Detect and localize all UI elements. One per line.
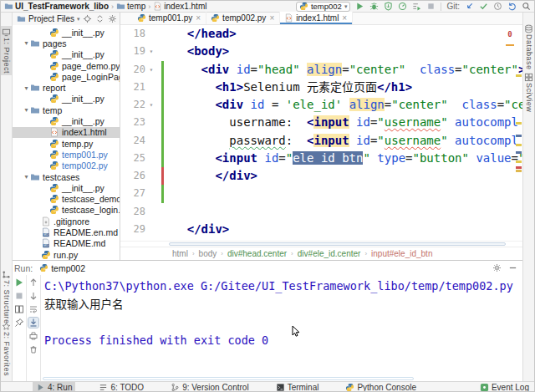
error-stripe-mark[interactable] — [516, 135, 522, 137]
run-configuration-select[interactable]: temp002 ▾ — [296, 2, 351, 12]
tree-item--init-py[interactable]: __init__.py — [13, 49, 120, 60]
tree-item-temp001-py[interactable]: temp001.py — [13, 149, 120, 160]
close-icon[interactable]: × — [196, 13, 201, 23]
hide-panel-button[interactable] — [508, 263, 517, 272]
run-console-output[interactable]: C:\Python37\python.exe G:/Gitee/UI_TestF… — [41, 275, 522, 381]
tree-item-temp-py[interactable]: temp.py — [13, 138, 120, 149]
editor-tab-index1-html[interactable]: index1.html× — [280, 12, 353, 24]
tree-expand-icon[interactable]: ▾ — [23, 173, 30, 181]
inspection-widget[interactable]: 0 — [506, 26, 514, 46]
editor-gutter[interactable]: 24 — [120, 132, 159, 150]
locate-file-button[interactable] — [83, 14, 92, 23]
event-log-button[interactable]: Event Log — [480, 383, 529, 392]
collapse-all-button[interactable] — [95, 14, 104, 23]
tree-item-pages[interactable]: ▾pages — [13, 38, 120, 48]
error-stripe-mark[interactable] — [516, 74, 522, 77]
tree-item-readme-en-md[interactable]: MDREADME.en.md — [13, 227, 120, 237]
editor-gutter[interactable]: 22▾ — [120, 96, 159, 114]
editor-gutter[interactable]: 21 — [120, 79, 159, 96]
tree-item--init-py[interactable]: __init__.py — [13, 94, 120, 104]
run-tab-temp002[interactable]: temp002 — [39, 263, 85, 273]
error-stripe[interactable] — [515, 25, 522, 241]
editor-tab-temp001-py[interactable]: temp001.py× — [133, 12, 206, 24]
tool-window-button-7-structure[interactable]: 7: Structure — [1, 268, 12, 326]
rerun-button[interactable] — [14, 277, 24, 288]
tree-item-temp[interactable]: ▾temp — [13, 104, 120, 115]
print-button[interactable] — [28, 331, 38, 341]
editor-gutter[interactable]: 27 — [120, 185, 159, 202]
project-view-scope[interactable]: Project Files — [28, 14, 74, 23]
editor-tab-temp002-py[interactable]: temp002.py× — [206, 12, 280, 24]
tree-item-index1-html[interactable]: index1.html — [13, 127, 120, 138]
search-everywhere-button[interactable] — [522, 2, 531, 11]
editor-gutter[interactable]: 18 — [120, 25, 159, 43]
statusbar-9-version-control[interactable]: 9: Version Control — [167, 382, 252, 392]
run-targets-button[interactable] — [412, 2, 421, 11]
tree-item-testcase-login-py[interactable]: testcase_login.py — [13, 205, 120, 216]
tree-item-page-loginpage-py[interactable]: page_LoginPage.py — [13, 71, 120, 82]
tree-expand-icon[interactable]: ▾ — [23, 84, 30, 92]
pin-tab-button[interactable] — [14, 318, 24, 328]
console-horizontal-scrollbar[interactable] — [43, 377, 414, 380]
restore-layout-button[interactable] — [14, 304, 24, 314]
error-stripe-mark[interactable] — [516, 170, 522, 172]
error-stripe-mark[interactable] — [516, 166, 522, 169]
editor-gutter[interactable]: 19▾ — [120, 43, 159, 60]
editor-gutter[interactable]: 23 — [120, 114, 159, 131]
coverage-button[interactable] — [384, 2, 393, 11]
clear-console-button[interactable] — [28, 344, 38, 354]
statusbar-4-run[interactable]: 4: Run — [33, 382, 75, 392]
tree-item--init-py[interactable]: __init__.py — [13, 182, 120, 193]
run-button[interactable] — [355, 2, 364, 11]
breadcrumb-item[interactable]: UI_TestFramework_libo — [4, 2, 109, 11]
history-button[interactable] — [493, 2, 502, 11]
editor-gutter[interactable]: 28 — [120, 203, 159, 221]
stop-button[interactable] — [426, 2, 436, 11]
gear-icon[interactable] — [492, 263, 502, 272]
gear-icon[interactable] — [108, 14, 117, 23]
breadcrumb-item[interactable]: temp — [116, 2, 145, 11]
element-breadcrumb-item[interactable]: div#head.center — [227, 249, 287, 258]
element-breadcrumb-item[interactable]: input#ele_id_btn — [371, 249, 432, 258]
tree-expand-icon[interactable]: ▾ — [23, 106, 30, 114]
debug-button[interactable] — [369, 2, 379, 11]
error-stripe-mark[interactable] — [516, 144, 522, 146]
code-editor[interactable]: 18 </head>19▾ <body>20▾ <div id="head" a… — [120, 25, 522, 241]
profiler-button[interactable] — [398, 2, 407, 11]
tree-item--init-py[interactable]: __init__.py — [13, 27, 120, 38]
tree-item-readme-md[interactable]: MDREADME.md — [13, 238, 120, 249]
rollback-button[interactable] — [507, 2, 517, 11]
stop-button[interactable] — [14, 291, 24, 301]
statusbar-terminal[interactable]: Terminal — [273, 382, 323, 392]
close-icon[interactable]: × — [269, 13, 274, 23]
soft-wrap-button[interactable] — [28, 304, 38, 314]
element-breadcrumb-item[interactable]: div#ele_id.center — [298, 249, 361, 258]
error-stripe-mark[interactable] — [516, 151, 522, 154]
up-stack-trace-button[interactable] — [28, 277, 38, 288]
git-commit-button[interactable] — [479, 2, 488, 11]
tree-item--init-py[interactable]: __init__.py — [13, 115, 120, 126]
scroll-to-end-button[interactable] — [28, 318, 38, 328]
fold-icon[interactable]: ▾ — [145, 43, 157, 60]
editor-gutter[interactable]: 29 — [120, 221, 159, 238]
editor-horizontal-scrollbar[interactable] — [120, 241, 522, 247]
tree-item-run-py[interactable]: run.py — [13, 249, 120, 260]
error-stripe-mark[interactable] — [516, 122, 522, 125]
tree-item-report[interactable]: ▾report — [13, 82, 120, 93]
down-stack-trace-button[interactable] — [28, 291, 38, 301]
tree-item--gitignore[interactable]: .gitignore — [13, 216, 120, 227]
editor-gutter[interactable]: 26 — [120, 167, 159, 185]
breadcrumb-item[interactable]: index1.html — [153, 2, 206, 11]
element-breadcrumb-item[interactable]: html — [172, 249, 188, 258]
tree-expand-icon[interactable]: ▾ — [23, 39, 30, 47]
tree-item-testcase-demo-py[interactable]: testcase_demo.py — [13, 193, 120, 204]
tree-item-page-demo-py[interactable]: page_demo.py — [13, 60, 120, 71]
statusbar-python-console[interactable]: Python Console — [342, 382, 420, 392]
fold-icon[interactable]: ▾ — [145, 96, 157, 114]
statusbar-6-todo[interactable]: 6: TODO — [95, 382, 147, 392]
close-icon[interactable]: × — [342, 13, 347, 23]
tree-item-testcases[interactable]: ▾testcases — [13, 171, 120, 182]
tool-window-button-sciview[interactable]: SciView — [523, 71, 534, 114]
git-update-button[interactable] — [465, 2, 474, 11]
tool-window-button-database[interactable]: Database — [523, 23, 534, 72]
